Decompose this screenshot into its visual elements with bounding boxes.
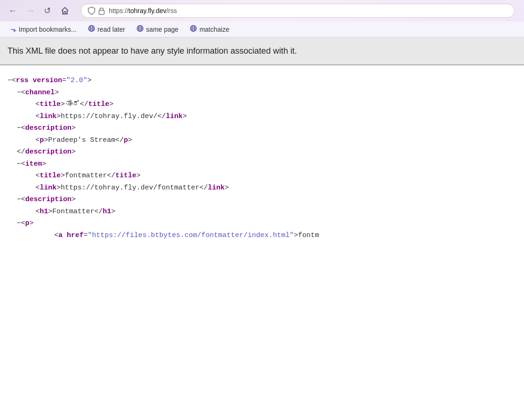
xml-line-10: <link>https://tohray.fly.dev/fontmatter<… [7, 182, 517, 194]
xml-notice: This XML file does not appear to have an… [0, 38, 524, 65]
bookmark-matchaize[interactable]: matchaize [185, 23, 234, 35]
lock-icon [98, 7, 105, 15]
bookmark-same-page-label: same page [146, 26, 178, 33]
shield-icon [88, 7, 95, 15]
security-icons [88, 7, 105, 15]
bookmark-read-later-label: read later [98, 26, 125, 33]
xml-line-14: <a href="https://files.btbytes.com/fontm… [7, 230, 517, 242]
back-button[interactable]: ← [6, 4, 20, 18]
import-icon: ⬎ [10, 25, 16, 34]
xml-line-3: <title>ತೊರೆ</title> [7, 98, 517, 111]
home-button[interactable] [57, 4, 72, 17]
xml-line-4: <link>https://tohray.fly.dev/</link> [7, 111, 517, 123]
bookmark-matchaize-label: matchaize [199, 26, 229, 33]
xml-line-13: −<p> [7, 217, 517, 230]
url-prefix: https:// [109, 7, 128, 14]
browser-chrome: ← → ↺ https:// [0, 0, 524, 38]
nav-bar: ← → ↺ https:// [0, 0, 524, 21]
xml-line-7: </description> [7, 146, 517, 158]
url-text: https://tohray.fly.dev/rss [109, 7, 508, 14]
xml-line-1: −<rss version="2.0"> [7, 75, 517, 87]
url-domain: tohray.fly.dev [128, 7, 166, 14]
forward-button[interactable]: → [23, 4, 37, 18]
bookmarks-bar: ⬎ Import bookmarks... read later [0, 21, 524, 37]
xml-line-12: <h1>Fontmatter</h1> [7, 206, 517, 218]
globe-icon-1 [88, 25, 95, 34]
xml-line-6: <p>Pradeep's Stream</p> [7, 134, 517, 147]
bookmark-import-label: Import bookmarks... [19, 26, 77, 33]
bookmark-import[interactable]: ⬎ Import bookmarks... [6, 23, 81, 35]
bookmark-same-page[interactable]: same page [132, 23, 183, 35]
nav-buttons: ← → ↺ [6, 4, 72, 18]
address-bar[interactable]: https://tohray.fly.dev/rss [81, 4, 515, 18]
bookmark-read-later[interactable]: read later [83, 23, 130, 35]
xml-line-9: <title>fontmatter</title> [7, 170, 517, 182]
svg-rect-0 [64, 12, 66, 14]
url-path: /rss [166, 7, 177, 14]
xml-line-8: −<item> [7, 158, 517, 170]
xml-line-11: −<description> [7, 194, 517, 206]
xml-line-2: −<channel> [7, 87, 517, 99]
globe-icon-3 [190, 25, 197, 34]
xml-content: −<rss version="2.0"> −<channel> <title>ತ… [0, 65, 524, 251]
svg-rect-1 [99, 10, 104, 14]
refresh-button[interactable]: ↺ [41, 4, 54, 18]
xml-line-5: −<description> [7, 122, 517, 134]
globe-icon-2 [136, 25, 144, 34]
